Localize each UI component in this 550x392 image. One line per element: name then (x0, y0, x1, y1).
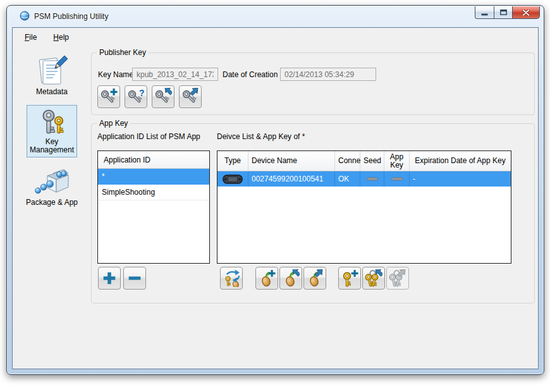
keys-gold-import-icon (365, 269, 382, 287)
key-management-icon (38, 109, 66, 135)
dash-icon (384, 171, 410, 187)
export-seed-button[interactable] (303, 267, 326, 290)
import-publisher-key-button[interactable] (152, 85, 174, 108)
column-header-expiration-date-of-app-key[interactable]: Expiration Date of App Key (410, 151, 511, 171)
device-list-title: Deivce List & App Key of * (217, 132, 305, 141)
date-of-creation-input[interactable] (280, 68, 376, 81)
add-app-key-button[interactable] (338, 267, 361, 290)
seed-export-icon (306, 269, 324, 287)
add-application-button[interactable] (98, 267, 121, 290)
column-header-conne[interactable]: Conne (335, 151, 360, 171)
sidebar-item-key-management[interactable]: Key Management (27, 105, 77, 157)
import-seed-button[interactable] (279, 267, 302, 290)
create-publisher-key-button[interactable] (97, 85, 120, 108)
key-gray-question-icon: ? (127, 88, 145, 106)
device-table-body: 00274599200100541OK- (217, 171, 511, 187)
publisher-key-toolbar: ? (97, 85, 202, 108)
key-gray-export-icon (181, 88, 199, 106)
add-seed-button[interactable] (255, 267, 278, 290)
key-name-input[interactable] (132, 68, 218, 81)
seed-import-icon (282, 269, 300, 287)
menu-help[interactable]: Help (46, 30, 76, 44)
titlebar[interactable]: PSM Publishing Utility (7, 6, 544, 27)
metadata-icon (35, 56, 68, 85)
refresh-device-list-button[interactable] (220, 267, 243, 290)
application-id-row[interactable]: * (98, 169, 209, 185)
expiration-cell: - (410, 171, 511, 187)
application-id-column-header[interactable]: Application ID (98, 151, 209, 169)
keys-gray-export-icon (389, 269, 406, 287)
column-header-app-key[interactable]: App Key (384, 151, 410, 171)
application-id-list-title: Application ID List of PSM App (97, 132, 200, 141)
app-window: PSM Publishing Utility FileHelp Metadata (6, 5, 544, 375)
menu-file[interactable]: File (18, 30, 44, 44)
app-key-group-title: App Key (97, 119, 130, 128)
client-area: FileHelp Metadata Key Management Package… (12, 27, 539, 369)
application-id-list: Application ID *SimpleShooting (97, 150, 210, 264)
app-icon (20, 11, 30, 23)
publisher-key-group-title: Publisher Key (97, 48, 149, 57)
publisher-key-group: Publisher Key Key Name Date of Creation … (91, 52, 535, 115)
export-app-key-button[interactable] (386, 267, 409, 290)
minus-icon (126, 269, 144, 287)
key-name-label: Key Name (98, 70, 133, 79)
minimize-button[interactable] (475, 6, 494, 19)
column-header-seed[interactable]: Seed (360, 151, 384, 171)
connect-status-cell: OK (335, 171, 360, 187)
dash-icon (360, 171, 384, 187)
plus-icon (101, 269, 118, 287)
psvita-icon (217, 171, 248, 187)
package-app-icon (34, 166, 70, 196)
sidebar-item-label: Metadata (36, 88, 68, 96)
device-name-cell: 00274599200100541 (248, 171, 335, 187)
minimize-icon (481, 13, 488, 16)
maximize-button[interactable] (494, 6, 512, 19)
window-controls (475, 6, 540, 19)
export-publisher-key-button[interactable] (179, 85, 202, 108)
device-table: TypeDevice NameConneSeedApp KeyExpiratio… (217, 150, 511, 264)
import-app-key-button[interactable] (362, 267, 385, 290)
device-row[interactable]: 00274599200100541OK- (217, 171, 511, 187)
screen: PSM Publishing Utility FileHelp Metadata (0, 0, 550, 392)
application-id-row[interactable]: SimpleShooting (98, 185, 209, 200)
close-button[interactable] (512, 6, 540, 19)
column-header-device-name[interactable]: Device Name (248, 151, 335, 171)
sidebar-item-package-app[interactable]: Package & App (21, 166, 82, 207)
svg-text:?: ? (139, 88, 145, 98)
key-gray-import-icon (154, 88, 172, 106)
maximize-icon (500, 9, 507, 15)
app-key-group: App Key Application ID List of PSM App A… (91, 123, 535, 303)
menu-bar: FileHelp (13, 28, 538, 47)
verify-publisher-key-button[interactable]: ? (125, 85, 147, 108)
close-icon (522, 9, 530, 16)
appkey-refresh-icon (223, 269, 240, 287)
date-of-creation-label: Date of Creation (223, 70, 278, 79)
sidebar-item-label: Package & App (26, 199, 78, 207)
application-list-toolbar (98, 267, 146, 290)
sidebar-item-metadata[interactable]: Metadata (21, 56, 82, 96)
device-list-toolbar (220, 267, 409, 290)
application-id-list-body: *SimpleShooting (98, 169, 209, 200)
sidebar-item-label: Key Management (27, 138, 76, 154)
column-header-type[interactable]: Type (217, 151, 248, 171)
key-gold-add-icon (341, 269, 358, 287)
key-gray-add-icon (100, 88, 118, 106)
remove-application-button[interactable] (123, 267, 146, 290)
seed-add-icon (258, 269, 276, 287)
sidebar: Metadata Key Management Package & App (20, 56, 83, 207)
device-table-header: TypeDevice NameConneSeedApp KeyExpiratio… (217, 151, 511, 171)
window-title: PSM Publishing Utility (34, 12, 108, 21)
